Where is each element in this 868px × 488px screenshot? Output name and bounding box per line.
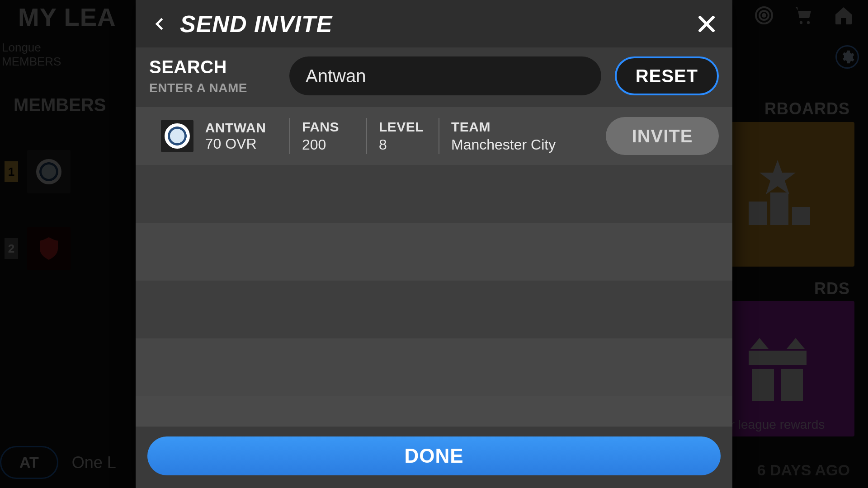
send-invite-modal: SEND INVITE SEARCH ENTER A NAME RESET AN… <box>136 0 732 488</box>
level-value: 8 <box>379 136 427 153</box>
chevron-left-icon <box>150 15 168 33</box>
done-button[interactable]: DONE <box>147 436 721 475</box>
reset-button[interactable]: RESET <box>615 56 719 95</box>
empty-row <box>136 165 732 223</box>
fans-label: FANS <box>302 119 354 135</box>
close-icon <box>697 14 717 34</box>
cell-player: ANTWAN 70 OVR <box>149 118 289 154</box>
modal-overlay: SEND INVITE SEARCH ENTER A NAME RESET AN… <box>0 0 868 488</box>
level-label: LEVEL <box>379 119 427 135</box>
modal-header: SEND INVITE <box>136 0 732 47</box>
back-button[interactable] <box>149 14 169 34</box>
invite-button[interactable]: INVITE <box>606 117 719 155</box>
empty-row <box>136 223 732 281</box>
done-bar: DONE <box>136 427 732 488</box>
empty-row <box>136 281 732 338</box>
team-value: Manchester City <box>451 136 562 153</box>
cell-team: TEAM Manchester City <box>439 118 574 154</box>
search-bar: SEARCH ENTER A NAME RESET <box>136 47 732 107</box>
empty-row <box>136 338 732 396</box>
team-label: TEAM <box>451 119 562 135</box>
player-name: ANTWAN <box>205 120 266 136</box>
search-sublabel: ENTER A NAME <box>149 81 276 95</box>
cell-level: LEVEL 8 <box>366 118 439 154</box>
player-ovr: 70 OVR <box>205 136 266 152</box>
search-label: SEARCH <box>149 57 276 77</box>
close-button[interactable] <box>694 12 719 36</box>
fans-value: 200 <box>302 136 354 153</box>
result-row: ANTWAN 70 OVR FANS 200 LEVEL 8 TEAM Manc… <box>136 107 732 165</box>
results-list: ANTWAN 70 OVR FANS 200 LEVEL 8 TEAM Manc… <box>136 107 732 427</box>
cell-fans: FANS 200 <box>289 118 366 154</box>
player-crest-icon <box>161 120 193 152</box>
modal-title: SEND INVITE <box>180 10 333 38</box>
search-input[interactable] <box>289 56 601 95</box>
